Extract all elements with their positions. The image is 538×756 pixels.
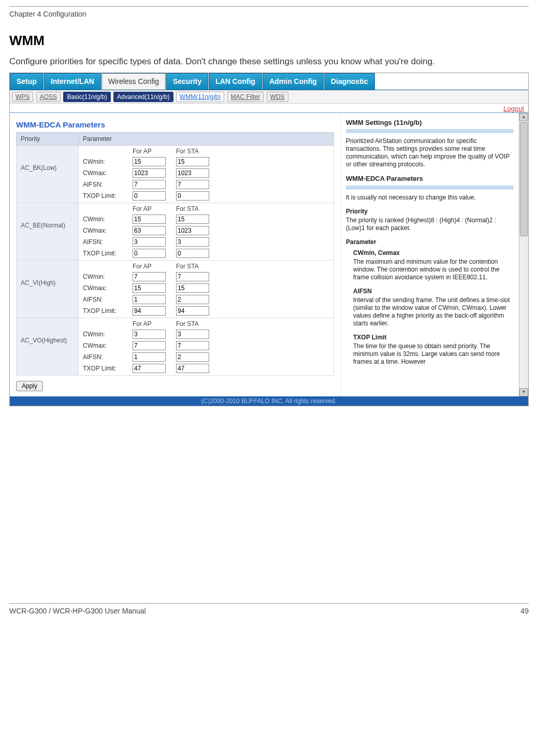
col-for-sta: For STA [176, 263, 215, 270]
apply-button[interactable]: Apply [16, 381, 43, 391]
help-text-txop: The time for the queue to obtain send pr… [353, 343, 514, 366]
table-row: AC_BK(Low)For APFor STACWmin:CWmax:AIFSN… [17, 146, 334, 203]
param-input-ap[interactable] [133, 237, 166, 247]
sub-tab-bar: WPS AOSS Basic(11n/g/b) Advanced(11n/g/b… [10, 90, 528, 104]
help-divider [346, 186, 514, 190]
param-input-ap[interactable] [133, 168, 166, 178]
param-label: AIFSN: [83, 353, 128, 361]
param-input-sta[interactable] [176, 364, 209, 373]
param-input-sta[interactable] [176, 283, 209, 293]
param-label: CWmin: [83, 216, 128, 223]
subtab-wmm[interactable]: WMM(11n/g/b) [176, 92, 224, 102]
help-heading-txop: TXOP Limit [353, 334, 514, 341]
help-text-priority: The priority is ranked (Highest)8 : (Hig… [346, 217, 514, 232]
tab-admin-config[interactable]: Admin Config [263, 73, 324, 90]
scroll-down-icon[interactable]: ▾ [519, 388, 528, 396]
param-input-ap[interactable] [133, 306, 166, 316]
main-tab-bar: Setup Internet/LAN Wireless Config Secur… [10, 73, 528, 90]
subtab-wds[interactable]: WDS [267, 92, 288, 102]
section-description: Configure priorities for specific types … [9, 56, 529, 67]
main-panel: WMM-EDCA Parameters Priority Parameter A… [10, 113, 340, 396]
scroll-thumb[interactable] [520, 122, 528, 236]
help-text-settings: Prioritized AirStation communication for… [346, 137, 514, 168]
param-label: TXOP Limit: [83, 192, 128, 199]
param-label: CWmin: [83, 158, 128, 165]
param-label: CWmax: [83, 342, 128, 349]
param-input-ap[interactable] [133, 295, 166, 304]
help-heading-settings: WMM Settings (11n/g/b) [346, 119, 514, 127]
param-input-sta[interactable] [176, 272, 209, 281]
priority-cell: AC_VI(High) [17, 261, 79, 318]
param-input-sta[interactable] [176, 226, 209, 235]
param-label: AIFSN: [83, 181, 128, 188]
col-for-sta: For STA [176, 320, 215, 327]
param-input-sta[interactable] [176, 215, 209, 224]
tab-lan-config[interactable]: LAN Config [209, 73, 262, 90]
tab-security[interactable]: Security [166, 73, 208, 90]
parameter-cell: For APFor STACWmin:CWmax:AIFSN:TXOP Limi… [79, 318, 334, 376]
param-label: AIFSN: [83, 296, 128, 303]
subtab-aoss[interactable]: AOSS [36, 92, 61, 102]
footer-page-number: 49 [520, 607, 529, 615]
param-input-ap[interactable] [133, 341, 166, 350]
logout-row: Logout [10, 104, 528, 113]
copyright-bar: (C)2000-2010 BUFFALO INC. All rights res… [10, 396, 528, 406]
help-heading-priority: Priority [346, 208, 514, 216]
help-heading-edca: WMM-EDCA Parameters [346, 175, 514, 183]
param-input-ap[interactable] [133, 215, 166, 224]
panel-heading: WMM-EDCA Parameters [16, 120, 334, 129]
param-label: TXOP Limit: [83, 365, 128, 372]
param-input-ap[interactable] [133, 364, 166, 373]
param-input-sta[interactable] [176, 341, 209, 350]
param-input-sta[interactable] [176, 330, 209, 339]
param-input-ap[interactable] [133, 272, 166, 281]
param-label: CWmax: [83, 227, 128, 234]
parameter-cell: For APFor STACWmin:CWmax:AIFSN:TXOP Limi… [79, 203, 334, 261]
col-for-ap: For AP [133, 320, 172, 327]
scrollbar[interactable]: ▴ ▾ [519, 113, 528, 396]
param-input-ap[interactable] [133, 283, 166, 293]
tab-internet-lan[interactable]: Internet/LAN [44, 73, 101, 90]
priority-cell: AC_BK(Low) [17, 146, 79, 203]
param-input-ap[interactable] [133, 249, 166, 258]
priority-cell: AC_BE(Normal) [17, 203, 79, 261]
param-input-sta[interactable] [176, 180, 209, 189]
param-input-sta[interactable] [176, 191, 209, 201]
col-for-sta: For STA [176, 205, 215, 212]
subtab-advanced[interactable]: Advanced(11n/g/b) [113, 92, 173, 102]
param-label: CWmax: [83, 284, 128, 292]
help-heading-cw: CWmin, Cwmax [353, 249, 514, 257]
param-input-sta[interactable] [176, 237, 209, 247]
param-input-ap[interactable] [133, 352, 166, 362]
help-heading-parameter: Parameter [346, 238, 514, 246]
tab-setup[interactable]: Setup [10, 73, 43, 90]
param-input-ap[interactable] [133, 226, 166, 235]
param-input-sta[interactable] [176, 306, 209, 316]
col-for-ap: For AP [133, 205, 172, 212]
col-for-ap: For AP [133, 263, 172, 270]
param-input-sta[interactable] [176, 295, 209, 304]
param-label: CWmin: [83, 331, 128, 338]
param-input-sta[interactable] [176, 157, 209, 166]
tab-wireless-config[interactable]: Wireless Config [101, 73, 166, 90]
help-text-edca: It is usually not necessary to change th… [346, 194, 514, 202]
param-input-sta[interactable] [176, 352, 209, 362]
param-input-ap[interactable] [133, 330, 166, 339]
tab-diagnostic[interactable]: Diagnostic [324, 73, 375, 90]
subtab-wps[interactable]: WPS [12, 92, 33, 102]
col-for-sta: For STA [176, 148, 215, 155]
help-text-aifsn: Interval of the sending frame. The unit … [353, 296, 514, 327]
logout-link[interactable]: Logout [503, 105, 524, 112]
param-label: TXOP Limit: [83, 307, 128, 315]
param-input-sta[interactable] [176, 249, 209, 258]
help-divider [346, 129, 514, 133]
scroll-up-icon[interactable]: ▴ [519, 113, 528, 121]
param-input-ap[interactable] [133, 180, 166, 189]
param-input-ap[interactable] [133, 191, 166, 201]
param-input-sta[interactable] [176, 168, 209, 178]
param-label: TXOP Limit: [83, 250, 128, 257]
subtab-mac-filter[interactable]: MAC Filter [227, 92, 264, 102]
subtab-basic[interactable]: Basic(11n/g/b) [63, 92, 110, 102]
param-input-ap[interactable] [133, 157, 166, 166]
param-label: AIFSN: [83, 238, 128, 246]
